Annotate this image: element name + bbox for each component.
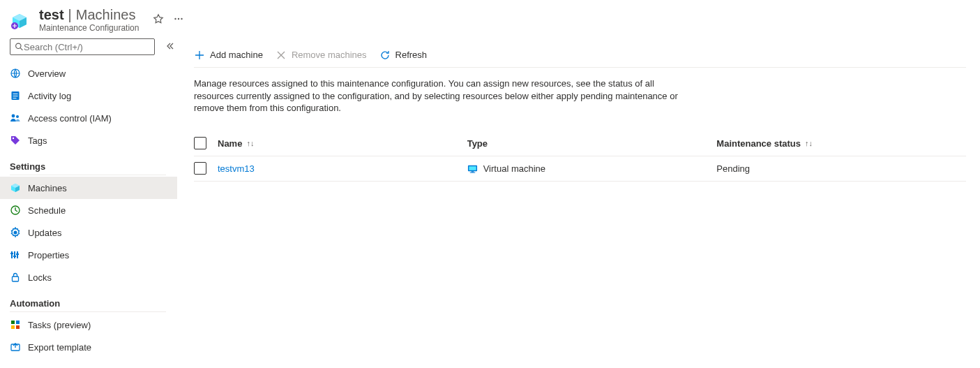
toolbar: Add machine Remove machines Refresh — [194, 43, 966, 68]
page-header: test | Machines Maintenance Configuratio… — [0, 0, 980, 38]
svg-rect-16 — [14, 251, 15, 258]
sidebar-section-automation: Automation — [10, 298, 166, 312]
select-all-checkbox[interactable] — [194, 137, 206, 149]
lock-icon — [10, 272, 21, 283]
sidebar-item-tags[interactable]: Tags — [0, 129, 177, 152]
svg-rect-8 — [13, 94, 18, 94]
sidebar-item-label: Updates — [28, 228, 61, 238]
sidebar-item-schedule[interactable]: Schedule — [0, 199, 177, 221]
sidebar-item-label: Machines — [28, 183, 67, 193]
sidebar-item-label: Tasks (preview) — [28, 320, 91, 330]
page-title: test | Machines — [39, 7, 139, 23]
log-icon — [10, 90, 21, 101]
svg-rect-24 — [11, 325, 15, 329]
sort-icon: ↑↓ — [246, 139, 254, 147]
svg-point-3 — [181, 18, 183, 20]
svg-point-11 — [12, 115, 15, 118]
add-machine-button[interactable]: Add machine — [194, 50, 263, 61]
sidebar-item-label: Locks — [28, 272, 52, 283]
globe-icon — [10, 68, 21, 79]
people-icon — [10, 112, 21, 124]
favorite-star-icon[interactable] — [153, 13, 164, 27]
refresh-button[interactable]: Refresh — [379, 50, 428, 61]
sidebar-item-label: Access control (IAM) — [28, 113, 112, 124]
svg-rect-25 — [16, 325, 20, 329]
section-title: Machines — [76, 7, 136, 23]
sidebar-item-label: Schedule — [28, 205, 66, 216]
tag-icon — [10, 135, 21, 146]
svg-point-13 — [13, 138, 14, 139]
svg-rect-29 — [471, 171, 474, 172]
description-text: Manage resources assigned to this mainte… — [194, 78, 696, 115]
machine-type: Virtual machine — [483, 163, 545, 174]
table-header-row: Name ↑↓ Type Maintenance status ↑↓ — [194, 131, 966, 156]
svg-rect-9 — [13, 96, 18, 96]
svg-rect-20 — [16, 253, 19, 255]
sidebar-item-machines[interactable]: Machines — [0, 177, 177, 199]
machine-name-link[interactable]: testvm13 — [218, 163, 255, 174]
svg-rect-23 — [16, 321, 20, 324]
svg-point-12 — [16, 115, 19, 118]
svg-rect-21 — [13, 277, 19, 281]
search-input[interactable] — [24, 42, 150, 52]
sidebar-item-iam[interactable]: Access control (IAM) — [0, 107, 177, 129]
sidebar-item-locks[interactable]: Locks — [0, 266, 177, 288]
sidebar-item-overview[interactable]: Overview — [0, 62, 177, 84]
sidebar-item-label: Export template — [28, 342, 91, 353]
table-row[interactable]: testvm13 Virtual machine Pending — [194, 156, 966, 182]
resource-icon — [10, 11, 29, 31]
toolbar-label: Remove machines — [292, 50, 367, 60]
x-icon — [276, 50, 287, 61]
sidebar-item-label: Properties — [28, 250, 69, 260]
column-header-name[interactable]: Name ↑↓ — [218, 138, 467, 149]
svg-rect-10 — [13, 98, 17, 98]
refresh-icon — [379, 50, 391, 61]
search-icon — [15, 42, 24, 52]
svg-rect-19 — [13, 256, 16, 257]
svg-rect-28 — [469, 166, 476, 170]
svg-point-1 — [175, 18, 176, 20]
sidebar-item-activitylog[interactable]: Activity log — [0, 84, 177, 107]
sidebar: Overview Activity log Access control (IA… — [0, 38, 177, 368]
column-header-type[interactable]: Type — [467, 138, 717, 149]
svg-line-5 — [20, 48, 22, 50]
sidebar-item-updates[interactable]: Updates — [0, 221, 177, 244]
remove-machines-button: Remove machines — [276, 50, 367, 61]
svg-rect-18 — [10, 253, 13, 254]
resource-name: test — [39, 7, 64, 23]
gear-icon — [10, 227, 21, 238]
main-content: Add machine Remove machines Refresh Mana… — [177, 38, 980, 368]
sidebar-item-label: Tags — [28, 135, 47, 146]
clock-icon — [10, 205, 21, 216]
properties-icon — [10, 249, 21, 260]
machine-status: Pending — [716, 163, 750, 174]
svg-rect-22 — [11, 321, 15, 324]
more-actions-icon[interactable] — [174, 14, 183, 26]
resource-type-label: Maintenance Configuration — [39, 23, 139, 33]
sidebar-item-tasks[interactable]: Tasks (preview) — [0, 314, 177, 336]
collapse-sidebar-icon[interactable] — [165, 41, 174, 53]
plus-icon — [194, 50, 205, 61]
tasks-icon — [10, 319, 21, 330]
sidebar-item-label: Activity log — [28, 91, 71, 101]
sort-icon: ↑↓ — [805, 139, 813, 147]
export-icon — [10, 341, 21, 353]
svg-point-2 — [178, 18, 179, 20]
sidebar-item-export[interactable]: Export template — [0, 336, 177, 358]
svg-point-4 — [16, 43, 21, 48]
search-input-wrapper[interactable] — [10, 38, 155, 55]
svg-rect-30 — [469, 172, 475, 172]
sidebar-section-settings: Settings — [10, 161, 166, 175]
sidebar-item-label: Overview — [28, 68, 66, 79]
toolbar-label: Refresh — [395, 50, 428, 60]
toolbar-label: Add machine — [210, 50, 263, 60]
row-checkbox[interactable] — [194, 162, 206, 175]
machines-icon — [10, 182, 21, 193]
column-header-status[interactable]: Maintenance status ↑↓ — [716, 138, 966, 149]
svg-rect-15 — [11, 251, 13, 258]
sidebar-item-properties[interactable]: Properties — [0, 244, 177, 266]
machines-table: Name ↑↓ Type Maintenance status ↑↓ testv… — [194, 131, 966, 182]
virtual-machine-icon — [467, 163, 478, 174]
